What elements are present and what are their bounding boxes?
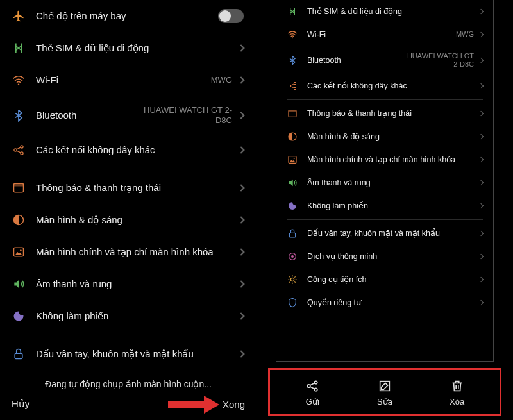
toggle-switch[interactable] [218, 9, 244, 23]
scroll-status: Đang tự động chụp ảnh màn hình cuộn... [12, 379, 245, 389]
sim-icon [12, 41, 26, 55]
settings-row-tools: Công cụ tiện ích [276, 268, 493, 291]
row-label: Wi-Fi [36, 74, 211, 87]
row-label: Không làm phiền [307, 201, 474, 211]
svg-point-8 [20, 249, 22, 251]
chevron-right-icon [237, 249, 244, 256]
settings-row-dnd: Không làm phiền [276, 194, 493, 217]
settings-list-right: Thẻ SIM & dữ liệu di độngWi-FiMWGBluetoo… [276, 0, 493, 314]
svg-rect-9 [15, 353, 22, 358]
screenshot-preview: Thẻ SIM & dữ liệu di độngWi-FiMWGBluetoo… [276, 0, 494, 362]
chevron-right-icon [237, 112, 244, 119]
row-label: Thẻ SIM & dữ liệu di động [307, 6, 474, 17]
svg-rect-17 [289, 156, 296, 164]
settings-row-bluetooth[interactable]: BluetoothHUAWEI WATCH GT 2-D8C [0, 96, 256, 134]
sim-icon [287, 6, 298, 17]
row-label: Âm thanh và rung [307, 178, 474, 188]
row-label: Dấu vân tay, khuôn mặt và mật khẩu [307, 228, 474, 239]
cancel-button[interactable]: Hủy [12, 398, 29, 410]
row-label: Màn hình chính và tạp chí màn hình khóa [307, 155, 474, 165]
sound-icon [287, 177, 298, 189]
svg-point-13 [294, 88, 296, 90]
row-value: MWG [456, 30, 474, 38]
delete-button[interactable]: Xóa [435, 379, 480, 407]
row-label: Màn hình chính và tạp chí màn hình khóa [36, 246, 232, 258]
share-button[interactable]: Gửi [290, 379, 335, 407]
svg-point-10 [292, 37, 293, 38]
settings-row-sound[interactable]: Âm thanh và rung [0, 268, 256, 300]
chevron-right-icon [237, 147, 244, 154]
row-value: HUAWEI WATCH GT 2-D8C [142, 105, 232, 125]
chevron-right-icon [478, 277, 484, 282]
row-label: Màn hình & độ sáng [36, 214, 232, 226]
settings-row-wallpaper[interactable]: Màn hình chính và tạp chí màn hình khóa [0, 236, 256, 268]
display-icon [287, 131, 298, 142]
dnd-icon [287, 200, 298, 212]
settings-row-smart: Dịch vụ thông minh [276, 245, 493, 268]
chevron-right-icon [237, 313, 244, 320]
svg-point-18 [294, 158, 295, 159]
settings-row-bluetooth: BluetoothHUAWEI WATCH GT 2-D8C [276, 46, 493, 74]
svg-point-21 [291, 255, 294, 258]
share-icon [305, 379, 319, 393]
display-icon [12, 213, 26, 227]
svg-point-2 [21, 146, 23, 148]
wallpaper-icon [287, 154, 298, 165]
dnd-icon [12, 309, 26, 323]
divider [12, 169, 245, 169]
action-bar: GửiSửaXóa [268, 368, 501, 416]
settings-row-airplane[interactable]: Chế độ trên máy bay [0, 0, 256, 32]
row-label: Các kết nối không dây khác [307, 81, 474, 91]
chevron-right-icon [237, 217, 244, 224]
edit-button[interactable]: Sửa [362, 379, 407, 407]
settings-row-privacy: Quyền riêng tư [276, 291, 493, 314]
action-label: Xóa [450, 397, 464, 407]
settings-row-display[interactable]: Màn hình & độ sáng [0, 204, 256, 236]
svg-point-12 [294, 83, 296, 85]
settings-row-wifi[interactable]: Wi-FiMWG [0, 64, 256, 96]
svg-point-0 [18, 83, 20, 85]
wifi-icon [12, 73, 26, 87]
chevron-right-icon [478, 300, 484, 305]
action-label: Gửi [306, 397, 319, 407]
svg-rect-5 [14, 184, 24, 187]
row-value: HUAWEI WATCH GT 2-D8C [403, 52, 474, 69]
privacy-icon [287, 297, 298, 308]
svg-rect-7 [14, 248, 24, 256]
settings-row-wireless[interactable]: Các kết nối không dây khác [0, 134, 256, 166]
chevron-right-icon [478, 134, 484, 139]
notification-icon [12, 181, 26, 195]
wifi-icon [287, 29, 298, 40]
wireless-icon [287, 80, 298, 92]
lock-icon [12, 347, 26, 361]
row-label: Dịch vụ thông minh [307, 251, 474, 262]
wallpaper-icon [12, 245, 26, 259]
chevron-right-icon [237, 185, 244, 192]
row-label: Công cụ tiện ích [307, 274, 474, 285]
svg-point-3 [21, 152, 23, 155]
settings-row-sim[interactable]: Thẻ SIM & dữ liệu di động [0, 32, 256, 64]
settings-row-wallpaper: Màn hình chính và tạp chí màn hình khóa [276, 148, 493, 171]
settings-row-sound: Âm thanh và rung [276, 171, 493, 194]
done-button[interactable]: Xong [223, 399, 245, 410]
phone-right: Thẻ SIM & dữ liệu di độngWi-FiMWGBluetoo… [256, 0, 513, 420]
bluetooth-icon [12, 108, 26, 122]
row-value: MWG [211, 75, 232, 85]
svg-rect-19 [289, 233, 295, 238]
settings-row-sim: Thẻ SIM & dữ liệu di động [276, 0, 493, 23]
svg-rect-15 [289, 110, 296, 112]
svg-point-22 [290, 278, 294, 281]
settings-list-left[interactable]: Chế độ trên máy bayThẻ SIM & dữ liệu di … [0, 0, 256, 373]
settings-row-wireless: Các kết nối không dây khác [276, 74, 493, 97]
chevron-right-icon [237, 44, 244, 51]
row-label: Bluetooth [307, 55, 403, 65]
chevron-right-icon [478, 157, 484, 162]
divider [12, 335, 245, 335]
settings-row-notification[interactable]: Thông báo & thanh trạng thái [0, 172, 256, 204]
row-label: Không làm phiền [36, 310, 232, 323]
settings-row-lock[interactable]: Dấu vân tay, khuôn mặt và mật khẩu [0, 338, 256, 370]
settings-row-dnd[interactable]: Không làm phiền [0, 300, 256, 332]
row-label: Các kết nối không dây khác [36, 144, 232, 156]
action-label: Sửa [377, 397, 392, 407]
divider [287, 99, 483, 100]
